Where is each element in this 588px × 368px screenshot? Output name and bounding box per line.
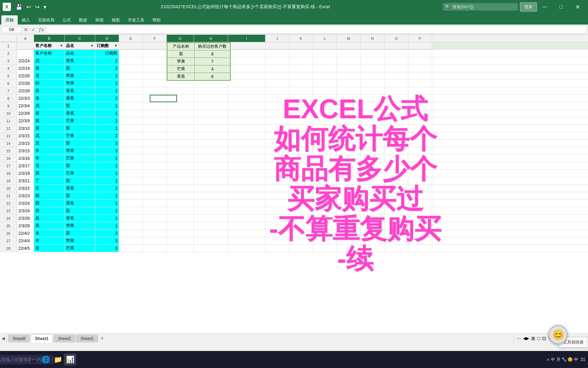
cell-n5[interactable]: [361, 72, 385, 79]
cell-k13[interactable]: [289, 132, 313, 139]
cell-d6[interactable]: 2: [95, 80, 119, 87]
cell-f2[interactable]: [143, 50, 167, 57]
cell-j28[interactable]: [265, 245, 289, 252]
cell-h17[interactable]: [194, 162, 228, 169]
cell-o13[interactable]: [385, 132, 408, 139]
cell-c18[interactable]: 芒果: [65, 170, 95, 177]
cell-b19[interactable]: 丁: [34, 177, 65, 184]
cell-g21[interactable]: [167, 192, 194, 199]
cell-o20[interactable]: [385, 185, 408, 192]
cell-b15[interactable]: 辛: [34, 147, 65, 154]
cell-d16[interactable]: 1: [95, 155, 119, 162]
cell-i20[interactable]: [228, 185, 265, 192]
cell-j24[interactable]: [265, 215, 289, 222]
cell-d20[interactable]: 2: [95, 185, 119, 192]
cell-j14[interactable]: [265, 140, 289, 147]
cell-h23[interactable]: [194, 207, 228, 214]
cell-a6[interactable]: 2/2/28: [17, 80, 34, 87]
cell-b20[interactable]: 壬: [34, 185, 65, 192]
cell-b4[interactable]: 癸: [34, 65, 65, 72]
cell-n25[interactable]: [361, 222, 385, 229]
cell-i18[interactable]: [228, 170, 265, 177]
cell-i25[interactable]: [228, 222, 265, 229]
cell-m27[interactable]: [337, 237, 361, 244]
cell-k3[interactable]: [289, 57, 313, 64]
cell-p19[interactable]: [408, 177, 432, 184]
cell-reference-input[interactable]: G8: [1, 26, 22, 33]
cell-p16[interactable]: [408, 155, 432, 162]
cell-e12[interactable]: [119, 125, 143, 132]
cell-h9[interactable]: [194, 102, 228, 109]
cell-k9[interactable]: [289, 102, 313, 109]
cell-c1[interactable]: 品名▼: [65, 42, 95, 49]
cell-i2[interactable]: [228, 50, 265, 57]
cell-a15[interactable]: 2/3/15: [17, 147, 34, 154]
cell-o24[interactable]: [385, 215, 408, 222]
cell-p9[interactable]: [408, 102, 432, 109]
cell-d5[interactable]: 2: [95, 72, 119, 79]
cell-b17[interactable]: 丑: [34, 162, 65, 169]
cell-j20[interactable]: [265, 185, 289, 192]
cell-n4[interactable]: [361, 65, 385, 72]
cell-j8[interactable]: [265, 95, 289, 102]
cell-e7[interactable]: [119, 87, 143, 94]
cell-c12[interactable]: 梨: [65, 125, 95, 132]
cell-n11[interactable]: [361, 117, 385, 124]
cell-o28[interactable]: [385, 245, 408, 252]
add-sheet-button[interactable]: +: [99, 335, 106, 342]
col-header-a[interactable]: A: [17, 35, 34, 42]
cell-l15[interactable]: [313, 147, 337, 154]
cell-n28[interactable]: [361, 245, 385, 252]
cell-g9[interactable]: [167, 102, 194, 109]
cell-a3[interactable]: 2/2/24: [17, 57, 34, 64]
cell-e6[interactable]: [119, 80, 143, 87]
cell-i12[interactable]: [228, 125, 265, 132]
cell-l3[interactable]: [313, 57, 337, 64]
cell-p22[interactable]: [408, 200, 432, 207]
view-page-break[interactable]: ⊡: [542, 336, 546, 341]
file-explorer-icon[interactable]: 📁: [52, 353, 64, 366]
cell-i5[interactable]: [228, 72, 265, 79]
cell-p20[interactable]: [408, 185, 432, 192]
cell-f4[interactable]: [143, 65, 167, 72]
cell-g28[interactable]: [167, 245, 194, 252]
cell-p13[interactable]: [408, 132, 432, 139]
cell-l23[interactable]: [313, 207, 337, 214]
cell-k28[interactable]: [289, 245, 313, 252]
cell-k11[interactable]: [289, 117, 313, 124]
cell-i1[interactable]: [228, 42, 265, 49]
cell-e4[interactable]: [119, 65, 143, 72]
cell-h20[interactable]: [194, 185, 228, 192]
cell-n9[interactable]: [361, 102, 385, 109]
cell-f24[interactable]: [143, 215, 167, 222]
cell-l22[interactable]: [313, 200, 337, 207]
cell-b13[interactable]: 戊: [34, 132, 65, 139]
cell-e16[interactable]: [119, 155, 143, 162]
cell-c4[interactable]: 梨: [65, 65, 95, 72]
cell-h11[interactable]: [194, 117, 228, 124]
cell-i28[interactable]: [228, 245, 265, 252]
cell-i22[interactable]: [228, 200, 265, 207]
cell-o23[interactable]: [385, 207, 408, 214]
cell-a25[interactable]: 2/3/28: [17, 222, 34, 229]
cell-j10[interactable]: [265, 110, 289, 117]
cell-o12[interactable]: [385, 125, 408, 132]
cell-m12[interactable]: [337, 125, 361, 132]
cell-c27[interactable]: 苹果: [65, 237, 95, 244]
cell-k6[interactable]: [289, 80, 313, 87]
cell-c7[interactable]: 香蕉: [65, 87, 95, 94]
cell-n6[interactable]: [361, 80, 385, 87]
cell-l1[interactable]: [313, 42, 337, 49]
cell-j17[interactable]: [265, 162, 289, 169]
cell-o3[interactable]: [385, 57, 408, 64]
cell-h10[interactable]: [194, 110, 228, 117]
cell-e21[interactable]: [119, 192, 143, 199]
cell-o1[interactable]: [385, 42, 408, 49]
cell-m3[interactable]: [337, 57, 361, 64]
cell-k5[interactable]: [289, 72, 313, 79]
cell-i13[interactable]: [228, 132, 265, 139]
cell-f6[interactable]: [143, 80, 167, 87]
cell-g27[interactable]: [167, 237, 194, 244]
cell-l18[interactable]: [313, 170, 337, 177]
cell-b28[interactable]: 癸: [34, 245, 65, 252]
